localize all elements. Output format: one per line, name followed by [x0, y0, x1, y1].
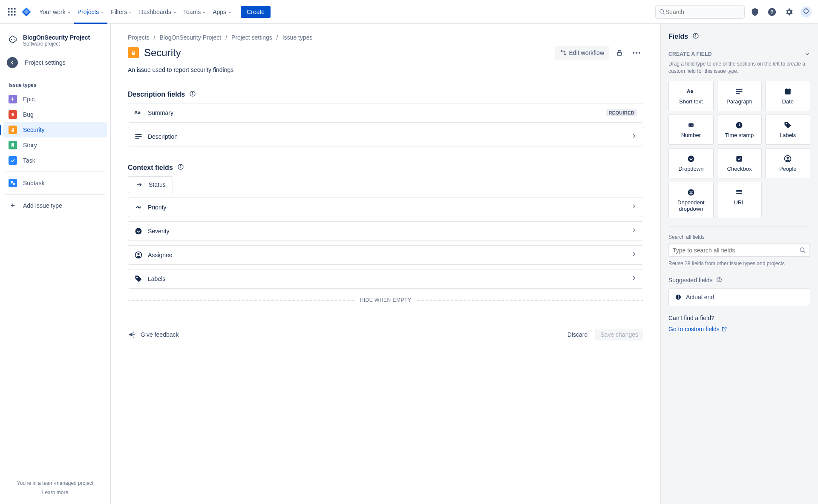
- field-label: Labels: [148, 275, 165, 282]
- svg-point-56: [786, 123, 787, 124]
- breadcrumb-item[interactable]: Project settings: [231, 34, 272, 41]
- search-field[interactable]: [665, 9, 741, 15]
- svg-point-40: [138, 253, 140, 255]
- field-tile-labels[interactable]: Labels: [765, 115, 810, 145]
- svg-point-29: [193, 92, 193, 92]
- project-header[interactable]: BlogOnSecurity Project Software project: [3, 34, 107, 54]
- notifications-icon[interactable]: [748, 5, 762, 19]
- sidebar-item-bug[interactable]: Bug: [3, 107, 107, 122]
- field-tile-label: Paragraph: [726, 98, 752, 105]
- give-feedback-link[interactable]: Give feedback: [128, 330, 179, 339]
- add-issue-type[interactable]: + Add issue type: [3, 198, 107, 213]
- breadcrumb-item[interactable]: BlogOnSecurity Project: [159, 34, 221, 41]
- chevron-right-icon: [631, 251, 637, 259]
- suggested-field-item[interactable]: Actual end: [668, 288, 810, 306]
- field-type-icon: 123: [687, 121, 695, 129]
- chevron-right-icon: [631, 203, 637, 211]
- nav-apps[interactable]: Apps⌄: [209, 0, 235, 24]
- sidebar-item-task[interactable]: Task: [3, 153, 107, 168]
- field-row-labels[interactable]: Labels: [128, 269, 643, 289]
- field-row-priority[interactable]: Priority: [128, 198, 643, 217]
- field-type-icon: [783, 87, 792, 96]
- sidebar-item-epic[interactable]: Epic: [3, 92, 107, 107]
- field-type-icon: [134, 203, 143, 212]
- search-all-fields-input[interactable]: [668, 243, 810, 257]
- plus-icon: +: [9, 201, 17, 210]
- back-to-settings[interactable]: Project settings: [3, 54, 107, 72]
- chevron-right-icon: [631, 227, 637, 235]
- edit-workflow-button[interactable]: Edit workflow: [555, 46, 609, 60]
- breadcrumb-item[interactable]: Issue types: [282, 34, 313, 41]
- field-tile-checkbox[interactable]: Checkbox: [717, 148, 762, 178]
- svg-text:Aa: Aa: [687, 88, 693, 93]
- jira-logo-icon[interactable]: [21, 7, 32, 17]
- learn-more-link[interactable]: Learn more: [7, 490, 104, 495]
- svg-point-71: [678, 298, 679, 299]
- field-tile-url[interactable]: URL: [717, 182, 762, 218]
- field-tile-paragraph[interactable]: Paragraph: [717, 81, 762, 111]
- field-type-icon: [735, 188, 743, 197]
- field-tile-people[interactable]: People: [765, 148, 810, 178]
- field-tile-label: Date: [782, 98, 793, 105]
- svg-point-22: [564, 54, 565, 55]
- nav-projects[interactable]: Projects⌄: [74, 0, 108, 24]
- info-icon[interactable]: [692, 32, 699, 41]
- field-row-severity[interactable]: Severity: [128, 221, 643, 241]
- sidebar-item-story[interactable]: Story: [3, 137, 107, 153]
- cant-find-field-text: Can't find a field?: [668, 315, 810, 321]
- field-tile-short-text[interactable]: AaShort text: [668, 81, 714, 111]
- restrictions-icon[interactable]: [613, 46, 626, 60]
- svg-rect-70: [678, 295, 678, 298]
- field-row-summary[interactable]: AaSummaryREQUIRED: [128, 103, 643, 123]
- task-type-icon: [9, 156, 17, 165]
- status-field[interactable]: Status: [128, 176, 173, 193]
- field-type-icon: [783, 155, 792, 163]
- search-input[interactable]: [655, 5, 745, 19]
- search-fields-field[interactable]: [673, 247, 799, 254]
- more-actions-icon[interactable]: [630, 46, 643, 60]
- field-tile-label: People: [779, 166, 796, 172]
- create-a-field-toggle[interactable]: CREATE A FIELD: [668, 51, 810, 57]
- info-icon[interactable]: [177, 163, 184, 172]
- info-icon[interactable]: [189, 90, 196, 99]
- field-tile-date[interactable]: Date: [765, 81, 810, 111]
- nav-dashboards[interactable]: Dashboards⌄: [135, 0, 180, 24]
- go-to-custom-fields-link[interactable]: Go to custom fields: [668, 326, 727, 332]
- field-row-description[interactable]: Description: [128, 127, 643, 146]
- security-type-icon: [9, 126, 17, 134]
- svg-rect-0: [8, 8, 10, 10]
- nav-filters[interactable]: Filters⌄: [107, 0, 135, 24]
- svg-text:123: 123: [689, 124, 693, 126]
- top-nav: Your work⌄Projects⌄Filters⌄Dashboards⌄Te…: [0, 0, 818, 24]
- breadcrumb-item[interactable]: Projects: [128, 34, 150, 41]
- field-row-assignee[interactable]: Assignee: [128, 245, 643, 265]
- discard-button[interactable]: Discard: [563, 329, 592, 341]
- field-tile-number[interactable]: 123Number: [668, 115, 714, 145]
- settings-icon[interactable]: [782, 5, 796, 19]
- field-tile-dropdown[interactable]: Dropdown: [668, 148, 714, 178]
- svg-rect-50: [785, 89, 790, 90]
- field-tile-label: Dropdown: [678, 166, 703, 172]
- help-icon[interactable]: ?: [765, 5, 779, 19]
- nav-teams[interactable]: Teams⌄: [180, 0, 209, 24]
- sidebar-item-subtask[interactable]: Subtask: [3, 175, 107, 191]
- avatar[interactable]: [799, 5, 813, 19]
- search-all-fields-label: Search all fields: [668, 234, 810, 240]
- nav-your-work[interactable]: Your work⌄: [36, 0, 74, 24]
- field-tile-time-stamp[interactable]: Time stamp: [717, 115, 762, 145]
- field-type-icon: [134, 275, 143, 283]
- svg-rect-6: [8, 14, 10, 16]
- security-type-icon: [128, 47, 139, 58]
- svg-rect-4: [11, 11, 13, 13]
- field-type-icon: [735, 121, 743, 129]
- description-fields-heading: Description fields: [128, 90, 643, 99]
- field-tile-dependent-dropdown[interactable]: Dependent dropdown: [668, 182, 714, 218]
- svg-point-60: [787, 157, 789, 159]
- info-icon[interactable]: [716, 277, 722, 284]
- context-fields-heading: Context fields: [128, 163, 643, 172]
- create-button[interactable]: Create: [241, 6, 271, 18]
- project-avatar-icon: [7, 34, 19, 46]
- svg-rect-18: [11, 181, 13, 183]
- app-switcher-icon[interactable]: [5, 5, 19, 19]
- sidebar-item-security[interactable]: Security: [3, 122, 107, 137]
